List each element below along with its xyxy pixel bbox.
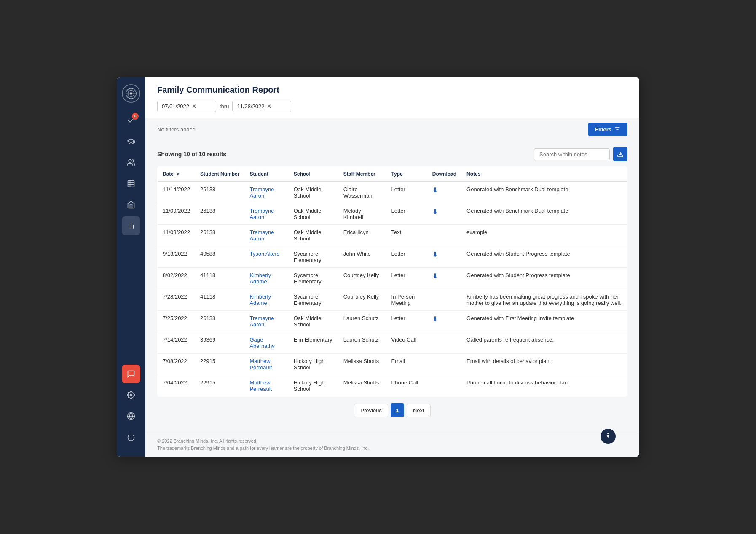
table-row: 8/02/2022 41118 Kimberly Adame Sycamore … bbox=[158, 268, 627, 289]
cell-date: 11/14/2022 bbox=[158, 182, 196, 203]
cell-type: Text bbox=[386, 225, 427, 246]
search-notes-input[interactable] bbox=[534, 148, 610, 160]
download-icon[interactable]: ⬇ bbox=[432, 187, 438, 194]
table-row: 7/04/2022 22915 Matthew Perreault Hickor… bbox=[158, 375, 627, 397]
cell-type: Phone Call bbox=[386, 375, 427, 397]
cell-notes: Generated with Student Progress template bbox=[461, 268, 627, 289]
cell-staff-member: Lauren Schutz bbox=[338, 311, 386, 332]
svg-point-5 bbox=[129, 160, 131, 163]
cell-student-number: 40588 bbox=[195, 246, 244, 268]
download-icon[interactable]: ⬇ bbox=[432, 315, 438, 323]
cell-school: Oak Middle School bbox=[289, 225, 338, 246]
cell-type: Letter bbox=[386, 246, 427, 268]
download-icon[interactable]: ⬇ bbox=[432, 208, 438, 215]
previous-button[interactable]: Previous bbox=[354, 404, 388, 417]
download-cell[interactable]: ⬇ bbox=[427, 311, 461, 332]
download-button[interactable] bbox=[613, 147, 627, 161]
notification-badge: 8 bbox=[132, 113, 139, 120]
table-row: 7/28/2022 41118 Kimberly Adame Sycamore … bbox=[158, 289, 627, 311]
download-icon[interactable]: ⬇ bbox=[432, 272, 438, 280]
cell-date: 7/28/2022 bbox=[158, 289, 196, 311]
footer: © 2022 Branching Minds, Inc. All rights … bbox=[145, 433, 639, 457]
sidebar-nav: 8 bbox=[122, 111, 140, 365]
date-from-clear[interactable]: ✕ bbox=[192, 104, 196, 109]
cell-student[interactable]: Tremayne Aaron bbox=[244, 225, 288, 246]
page-header: Family Communication Report 07/01/2022 ✕… bbox=[145, 77, 639, 118]
cell-student[interactable]: Tyson Akers bbox=[244, 246, 288, 268]
col-date[interactable]: Date ▼ bbox=[158, 167, 196, 182]
cell-school: Hickory High School bbox=[289, 354, 338, 375]
cell-student[interactable]: Gage Abernathy bbox=[244, 332, 288, 354]
accessibility-button[interactable] bbox=[601, 429, 616, 444]
download-cell bbox=[427, 354, 461, 375]
sidebar-item-documents[interactable] bbox=[122, 174, 140, 193]
date-to-clear[interactable]: ✕ bbox=[267, 104, 271, 109]
table-row: 7/25/2022 26138 Tremayne Aaron Oak Middl… bbox=[158, 311, 627, 332]
cell-student-number: 41118 bbox=[195, 289, 244, 311]
cell-student[interactable]: Kimberly Adame bbox=[244, 268, 288, 289]
logo[interactable] bbox=[122, 84, 140, 103]
sidebar-item-reports[interactable] bbox=[122, 216, 140, 235]
cell-student[interactable]: Matthew Perreault bbox=[244, 375, 288, 397]
filters-button[interactable]: Filters bbox=[588, 123, 627, 136]
cell-type: Letter bbox=[386, 203, 427, 225]
cell-staff-member: Claire Wasserman bbox=[338, 182, 386, 203]
cell-student[interactable]: Tremayne Aaron bbox=[244, 182, 288, 203]
sidebar-item-students[interactable] bbox=[122, 132, 140, 151]
cell-school: Sycamore Elementary bbox=[289, 246, 338, 268]
date-filters: 07/01/2022 ✕ thru 11/28/2022 ✕ bbox=[157, 101, 627, 112]
cell-notes: Generated with Benchmark Dual template bbox=[461, 203, 627, 225]
cell-school: Oak Middle School bbox=[289, 182, 338, 203]
cell-type: Letter bbox=[386, 311, 427, 332]
download-icon[interactable]: ⬇ bbox=[432, 251, 438, 258]
sidebar-item-notifications[interactable]: 8 bbox=[122, 111, 140, 130]
date-from-input[interactable]: 07/01/2022 ✕ bbox=[157, 101, 216, 112]
col-school: School bbox=[289, 167, 338, 182]
sidebar-item-settings[interactable] bbox=[122, 386, 140, 404]
cell-school: Sycamore Elementary bbox=[289, 268, 338, 289]
download-cell[interactable]: ⬇ bbox=[427, 246, 461, 268]
cell-staff-member: Courtney Kelly bbox=[338, 289, 386, 311]
download-cell[interactable]: ⬇ bbox=[427, 182, 461, 203]
search-download bbox=[534, 147, 627, 161]
col-type: Type bbox=[386, 167, 427, 182]
cell-type: Email bbox=[386, 354, 427, 375]
cell-student-number: 26138 bbox=[195, 203, 244, 225]
cell-school: Hickory High School bbox=[289, 375, 338, 397]
page-1-button[interactable]: 1 bbox=[391, 403, 404, 417]
date-to-input[interactable]: 11/28/2022 ✕ bbox=[232, 101, 291, 112]
sidebar-item-groups[interactable] bbox=[122, 153, 140, 172]
date-from-value: 07/01/2022 bbox=[162, 103, 189, 109]
cell-school: Sycamore Elementary bbox=[289, 289, 338, 311]
sidebar-item-globe[interactable] bbox=[122, 407, 140, 425]
table-row: 7/14/2022 39369 Gage Abernathy Elm Eleme… bbox=[158, 332, 627, 354]
cell-student[interactable]: Matthew Perreault bbox=[244, 354, 288, 375]
footer-line2: The trademarks Branching Minds and a pat… bbox=[157, 445, 369, 452]
cell-staff-member: Courtney Kelly bbox=[338, 268, 386, 289]
sidebar-item-chat[interactable] bbox=[122, 365, 140, 383]
cell-date: 7/08/2022 bbox=[158, 354, 196, 375]
next-button[interactable]: Next bbox=[407, 404, 431, 417]
page-title: Family Communication Report bbox=[157, 85, 627, 95]
filter-bar: No filters added. Filters bbox=[145, 118, 639, 140]
table-header-row: Date ▼ Student Number Student School Sta… bbox=[158, 167, 627, 182]
col-student: Student bbox=[244, 167, 288, 182]
sidebar-bottom bbox=[122, 365, 140, 450]
download-cell bbox=[427, 289, 461, 311]
download-cell[interactable]: ⬇ bbox=[427, 203, 461, 225]
cell-student[interactable]: Tremayne Aaron bbox=[244, 203, 288, 225]
cell-type: Letter bbox=[386, 182, 427, 203]
cell-student-number: 26138 bbox=[195, 311, 244, 332]
cell-date: 7/04/2022 bbox=[158, 375, 196, 397]
sidebar-item-school[interactable] bbox=[122, 195, 140, 214]
col-download: Download bbox=[427, 167, 461, 182]
cell-notes: Called parents re frequent absence. bbox=[461, 332, 627, 354]
sidebar-item-power[interactable] bbox=[122, 428, 140, 446]
table-row: 11/09/2022 26138 Tremayne Aaron Oak Midd… bbox=[158, 203, 627, 225]
cell-student[interactable]: Tremayne Aaron bbox=[244, 311, 288, 332]
cell-staff-member: Melissa Shotts bbox=[338, 354, 386, 375]
cell-student-number: 22915 bbox=[195, 375, 244, 397]
cell-notes: Email with details of behavior plan. bbox=[461, 354, 627, 375]
download-cell[interactable]: ⬇ bbox=[427, 268, 461, 289]
cell-student[interactable]: Kimberly Adame bbox=[244, 289, 288, 311]
